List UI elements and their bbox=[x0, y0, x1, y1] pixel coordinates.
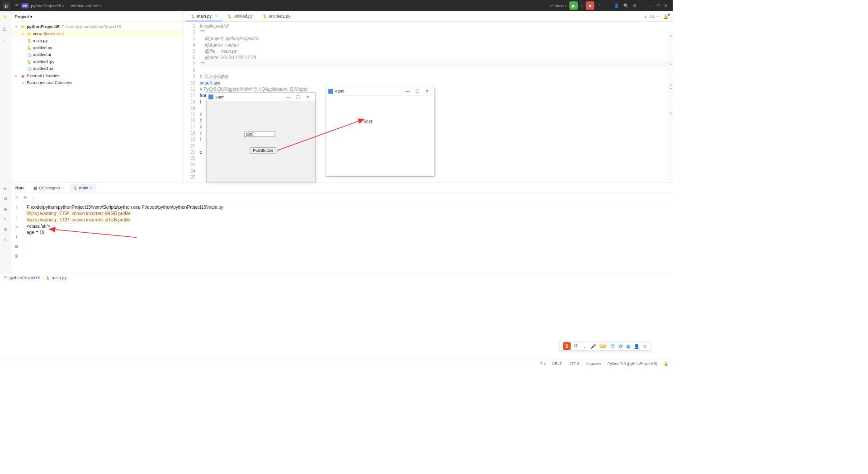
tree-external-libs[interactable]: ▸External Libraries bbox=[11, 72, 183, 80]
qt-window-title: Form bbox=[335, 89, 344, 93]
project-tree[interactable]: ▾ pythonProject15 F:\code\python\pythonP… bbox=[11, 22, 183, 88]
console-output[interactable]: F:\code\python\pythonProject15\venv\Scri… bbox=[23, 202, 673, 259]
run-tab[interactable]: main× bbox=[70, 183, 95, 191]
project-tool-icon[interactable]: 📁 bbox=[3, 15, 8, 20]
window-minimize-icon[interactable]: — bbox=[283, 94, 293, 99]
window-minimize-icon[interactable]: — bbox=[648, 3, 652, 8]
error-stripe[interactable] bbox=[669, 32, 673, 182]
project-panel-header[interactable]: Project▾ bbox=[11, 11, 183, 22]
editor-tab[interactable]: main.py× bbox=[186, 12, 222, 22]
ime-lang[interactable]: 中 bbox=[574, 343, 579, 349]
window-maximize-icon[interactable]: ☐ bbox=[656, 3, 660, 8]
qt-form-window-2[interactable]: Form — ☐ ✕ 你好 bbox=[326, 87, 434, 176]
editor-tab[interactable]: untitled1.py bbox=[258, 12, 295, 22]
window-close-icon[interactable]: ✕ bbox=[664, 3, 668, 8]
ime-punct-icon[interactable]: ， bbox=[582, 343, 587, 349]
scroll-to-end-icon[interactable]: ⤓ bbox=[15, 234, 19, 239]
tree-venv[interactable]: ▸ venv library root bbox=[11, 30, 183, 37]
project-name[interactable]: pythonProject15▾ bbox=[31, 3, 64, 8]
tree-file[interactable]: untitled.ui bbox=[11, 51, 183, 58]
tree-scratches[interactable]: Scratches and Consoles bbox=[11, 79, 183, 86]
more-icon[interactable]: ⋮ bbox=[31, 195, 35, 200]
qt-app-icon bbox=[328, 89, 333, 94]
settings-icon[interactable]: ⚙ bbox=[633, 3, 637, 8]
clear-icon[interactable]: 🗑 bbox=[14, 254, 19, 259]
chevron-down-icon[interactable]: ﹀ bbox=[662, 13, 666, 19]
window-minimize-icon[interactable]: — bbox=[402, 89, 412, 94]
ime-keyboard-icon[interactable]: ⌨ bbox=[599, 343, 606, 349]
editor-tabs: main.py× untitled.py untitled1.py ⋮ 🔔 bbox=[183, 11, 673, 22]
rerun-icon[interactable]: ↻ bbox=[15, 195, 19, 200]
tree-root[interactable]: ▾ pythonProject15 F:\code\python\pythonP… bbox=[11, 23, 183, 30]
run-toolbar: ↻ ■ ⋮ bbox=[11, 193, 673, 202]
tree-file[interactable]: untitled1.ui bbox=[11, 65, 183, 72]
window-close-icon[interactable]: ✕ bbox=[303, 94, 313, 99]
lock-icon[interactable]: 🔒 bbox=[664, 361, 669, 366]
qt-titlebar[interactable]: Form — ☐ ✕ bbox=[326, 87, 434, 96]
problems-icon[interactable]: ⊘ bbox=[4, 226, 8, 232]
window-maximize-icon[interactable]: ☐ bbox=[412, 89, 422, 94]
services-icon[interactable]: ◈ bbox=[4, 206, 7, 211]
scroll-down-icon[interactable]: ↓ bbox=[15, 215, 18, 220]
python-console-icon[interactable]: ⧉ bbox=[4, 196, 7, 201]
tab-close-icon[interactable]: × bbox=[90, 186, 92, 190]
branch-widget[interactable]: ⎇ main▾ bbox=[548, 3, 566, 8]
qt-lineedit[interactable] bbox=[244, 131, 275, 137]
run-tabs: Run ▦QtDesigner× main× bbox=[11, 183, 673, 193]
print-icon[interactable]: 🖶 bbox=[14, 244, 19, 249]
run-tab[interactable]: ▦QtDesigner× bbox=[30, 183, 67, 191]
qt-pushbutton[interactable]: PushButton bbox=[250, 147, 276, 154]
stop-icon[interactable]: ■ bbox=[24, 195, 27, 200]
scroll-up-icon[interactable]: ↑ bbox=[15, 205, 18, 210]
tab-close-icon[interactable]: × bbox=[62, 186, 64, 190]
qt-titlebar[interactable]: Form — ☐ ✕ bbox=[206, 93, 315, 101]
vcs-widget[interactable]: Version control▾ bbox=[71, 3, 101, 8]
tree-file[interactable]: untitled.py bbox=[11, 44, 183, 52]
run-tool-window: Run ▦QtDesigner× main× ↻ ■ ⋮ ↑ ↓ ⇥ ⤓ 🖶 🗑… bbox=[11, 182, 673, 273]
run-label: Run bbox=[15, 185, 24, 190]
project-badge: PP bbox=[21, 3, 29, 9]
sogou-logo-icon: S bbox=[563, 342, 571, 350]
file-encoding[interactable]: UTF-8 bbox=[568, 361, 579, 366]
chevron-up-icon[interactable]: ︿ bbox=[656, 13, 660, 19]
indent-setting[interactable]: 4 spaces bbox=[585, 361, 601, 366]
tree-file[interactable]: untitled1.py bbox=[11, 58, 183, 66]
nav-breadcrumb[interactable]: ☐ pythonProject15 › main.py bbox=[0, 273, 673, 282]
stop-button[interactable]: ■ bbox=[586, 1, 594, 10]
run-tool-icon[interactable]: ▶ bbox=[4, 186, 7, 191]
ime-toolbar[interactable]: S 中 ， 🎤 ⌨ 👕 ✪ ▦ 👤 ⚙ bbox=[559, 342, 651, 351]
tree-file[interactable]: main.py bbox=[11, 37, 183, 44]
inspection-widget[interactable]: ▲12 ︿ ﹀ bbox=[644, 13, 666, 19]
qt-app-icon bbox=[208, 94, 213, 99]
project-panel: Project▾ ▾ pythonProject15 F:\code\pytho… bbox=[11, 11, 183, 182]
tab-close-icon[interactable]: × bbox=[215, 14, 217, 18]
more-actions-icon[interactable]: ⋮ bbox=[597, 3, 601, 8]
window-close-icon[interactable]: ✕ bbox=[422, 89, 432, 94]
ime-settings-icon[interactable]: ⚙ bbox=[643, 343, 647, 349]
structure-tool-icon[interactable]: ◫ bbox=[3, 27, 8, 32]
ime-user-icon[interactable]: 👤 bbox=[634, 343, 639, 349]
vcs-tool-icon[interactable]: ⎌ bbox=[4, 237, 7, 242]
ime-skin-icon[interactable]: 👕 bbox=[610, 343, 615, 349]
run-button[interactable]: ▶ bbox=[569, 1, 578, 10]
ime-grid-icon[interactable]: ▦ bbox=[626, 343, 630, 349]
line-separator[interactable]: CRLF bbox=[552, 361, 562, 366]
main-menu-icon[interactable]: ☰ bbox=[15, 3, 19, 8]
editor-tab[interactable]: untitled.py bbox=[222, 12, 258, 22]
search-icon[interactable]: 🔍 bbox=[623, 3, 629, 8]
ime-mic-icon[interactable]: 🎤 bbox=[590, 343, 596, 349]
more-tool-icon[interactable]: ⋯ bbox=[3, 38, 8, 44]
ime-tool-icon[interactable]: ✪ bbox=[619, 343, 623, 349]
soft-wrap-icon[interactable]: ⇥ bbox=[15, 225, 19, 230]
qt-form-window-1[interactable]: Form — ☐ ✕ PushButton bbox=[206, 93, 316, 182]
debug-button[interactable]: ⌁ bbox=[580, 3, 583, 8]
python-interpreter[interactable]: Python 3.9 (pythonProject15) bbox=[607, 361, 657, 366]
terminal-icon[interactable]: ⌑ bbox=[4, 216, 6, 222]
window-maximize-icon[interactable]: ☐ bbox=[293, 94, 303, 99]
code-with-me-icon[interactable]: 👤 bbox=[614, 3, 619, 8]
qt-window-title: Form bbox=[216, 95, 225, 99]
ide-logo-icon: ◧ bbox=[3, 2, 9, 9]
status-bar: 7:4 CRLF UTF-8 4 spaces Python 3.9 (pyth… bbox=[0, 360, 673, 367]
caret-position[interactable]: 7:4 bbox=[540, 361, 546, 366]
qt-label: 你好 bbox=[364, 119, 373, 125]
